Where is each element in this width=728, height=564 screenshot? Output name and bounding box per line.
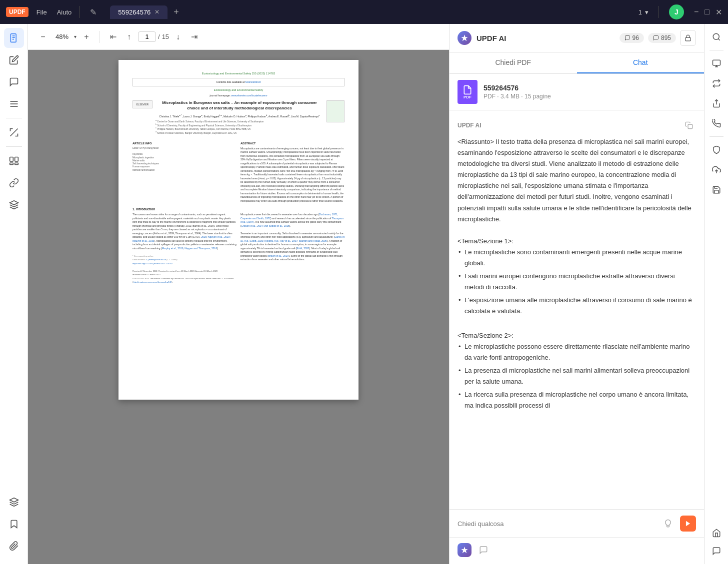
right-icon-protect[interactable]	[708, 141, 726, 159]
sidebar-icon-pages[interactable]	[4, 151, 24, 171]
lightbulb-icon	[664, 519, 672, 528]
pdf-elsevier-logo: ELSEVIER	[132, 100, 152, 108]
user-avatar[interactable]: J	[669, 4, 684, 19]
ai-response-intro: <Riassunto> Il testo tratta della presen…	[458, 136, 696, 225]
pdf-elsevier-block: ELSEVIER Microplastics in European sea s…	[132, 100, 344, 138]
ai-logo-icon	[458, 31, 472, 45]
svg-rect-8	[14, 157, 18, 161]
maximize-button[interactable]: □	[704, 7, 710, 17]
right-icon-ocr[interactable]	[708, 54, 726, 72]
zoom-value: 48%	[53, 33, 71, 40]
pdf-area-wrapper: − 48% ▾ + ⇤ ↑ 1 / 15 ↓ ⇥ Ecotoxicology a…	[28, 24, 449, 564]
menu-file[interactable]: File	[36, 8, 47, 16]
close-button[interactable]: ✕	[716, 7, 722, 17]
ai-chat-count: 96	[620, 33, 644, 43]
zoom-dropdown[interactable]: ▾	[74, 34, 76, 39]
nav-next-button[interactable]: ↓	[171, 30, 185, 44]
pdf-journal-link: journal homepage: www.elsevier.com/locat…	[132, 94, 344, 97]
page-navigation: ⇤ ↑ 1 / 15 ↓ ⇥	[106, 30, 201, 44]
ai-file-name: 559264576	[484, 84, 551, 92]
right-icon-search[interactable]	[708, 28, 726, 46]
sidebar-icon-bookmark[interactable]	[4, 514, 24, 534]
message-count-icon	[653, 35, 659, 41]
nav-last-button[interactable]: ⇥	[187, 30, 201, 44]
ai-tabs: Chiedi PDF Chat	[450, 52, 704, 74]
ai-panel: UPDF AI 96 895 Chiedi PDF Chat	[449, 24, 704, 564]
right-icon-mail[interactable]	[708, 114, 726, 132]
pdf-contents-box: Contents lists available at ScienceDirec…	[132, 78, 344, 86]
current-page: 1	[638, 8, 642, 16]
tab-ask-pdf[interactable]: Chiedi PDF	[450, 52, 577, 73]
pdf-journal-title-top: Ecotoxicology and Environmental Safety	[132, 88, 344, 92]
ai-file-icon: PDF	[458, 80, 478, 104]
window-controls: − □ ✕	[694, 7, 722, 17]
sidebar-icon-comment[interactable]	[4, 72, 24, 92]
pdf-article-info: ARTICLE INFO Editor: Dr Hyo-Bang Moon Ke…	[132, 142, 236, 203]
menu-bar: File Aiuto	[36, 8, 72, 16]
tab-title: 559264576	[118, 8, 150, 16]
ai-lightbulb-button[interactable]	[660, 516, 676, 532]
add-tab-button[interactable]: +	[174, 7, 179, 17]
tab-chat[interactable]: Chat	[577, 52, 704, 73]
right-icon-upload-cloud[interactable]	[708, 161, 726, 179]
chat-bubble-icon	[479, 546, 488, 555]
ai-input-field[interactable]	[458, 520, 656, 528]
page-input[interactable]: 1	[138, 31, 156, 42]
zoom-out-button[interactable]: −	[36, 30, 50, 44]
menu-help[interactable]: Aiuto	[57, 8, 72, 16]
ai-section2-list: Le microplastiche possono essere diretta…	[458, 341, 696, 412]
titlebar-divider	[80, 6, 80, 18]
ai-message-label-text: UPDF AI	[458, 122, 482, 129]
ai-lock-button[interactable]	[680, 30, 696, 46]
sidebar-icon-layers[interactable]	[4, 195, 24, 215]
ai-chat-icon-bottom[interactable]	[476, 542, 492, 558]
nav-first-button[interactable]: ⇤	[106, 30, 120, 44]
ai-chat-area[interactable]: UPDF AI <Riassunto> Il testo tratta dell…	[450, 110, 704, 509]
minimize-button[interactable]: −	[694, 7, 698, 17]
ai-section2-item-2: La presenza di microplastiche nei sali m…	[458, 365, 696, 387]
pdf-intro-heading: 1. Introduction	[132, 207, 344, 211]
ai-section1-list: Le microplastiche sono contaminanti emer…	[458, 247, 696, 317]
zoom-in-button[interactable]: +	[80, 30, 94, 44]
sidebar-icon-link[interactable]	[4, 173, 24, 193]
sidebar-icon-list[interactable]	[4, 94, 24, 114]
ai-counts: 96 895	[620, 30, 696, 46]
ai-section1-item-1: Le microplastiche sono contaminanti emer…	[458, 247, 696, 269]
sidebar-icon-document[interactable]	[4, 28, 24, 48]
left-sidebar	[0, 24, 28, 564]
right-icon-chat[interactable]	[708, 542, 726, 560]
sidebar-icon-crop[interactable]	[4, 122, 24, 142]
sidebar-icon-layers-bottom[interactable]	[4, 492, 24, 512]
right-icon-save[interactable]	[708, 181, 726, 199]
page-separator: /	[158, 33, 160, 40]
right-icon-convert[interactable]	[708, 74, 726, 92]
tab-close-button[interactable]: ✕	[154, 8, 160, 15]
edit-icon[interactable]: ✎	[88, 7, 98, 17]
pdf-viewer[interactable]: Ecotoxicology and Environmental Safety 2…	[28, 50, 449, 564]
ai-file-details: 559264576 PDF · 3.4 MB · 15 pagine	[484, 84, 551, 100]
ai-file-meta: PDF · 3.4 MB · 15 pagine	[484, 93, 551, 100]
toolbar-divider1	[100, 31, 100, 43]
pdf-abstract: ABSTRACT Microplastics are contaminants …	[240, 142, 344, 203]
ai-section2-item-3: La ricerca sulla presenza di microplasti…	[458, 389, 696, 411]
active-tab[interactable]: 559264576 ✕	[110, 5, 168, 19]
pdf-body-right: Microplastics were first discovered in s…	[240, 213, 344, 284]
ai-send-button[interactable]	[680, 516, 696, 532]
titlebar-divider2	[658, 6, 659, 18]
right-icon-share[interactable]	[708, 94, 726, 112]
svg-marker-15	[686, 521, 690, 527]
sidebar-icon-edit[interactable]	[4, 50, 24, 70]
pdf-affiliations: a Centre for Ocean and Earth Science, Fa…	[156, 119, 324, 135]
ai-section1-label: <Tema/Sezione 1>:	[458, 236, 696, 247]
nav-prev-button[interactable]: ↑	[122, 30, 136, 44]
right-sidebar-divider1	[710, 50, 724, 50]
ai-bottom-logo	[458, 543, 472, 557]
ai-message-header: UPDF AI	[458, 118, 696, 132]
ai-copy-button[interactable]	[682, 118, 696, 132]
svg-rect-18	[712, 60, 720, 65]
svg-rect-9	[10, 163, 13, 164]
page-arrow[interactable]: ▾	[645, 8, 648, 16]
right-icon-home[interactable]	[708, 524, 726, 542]
sidebar-icon-paperclip[interactable]	[4, 536, 24, 556]
right-sidebar-divider2	[710, 136, 724, 137]
